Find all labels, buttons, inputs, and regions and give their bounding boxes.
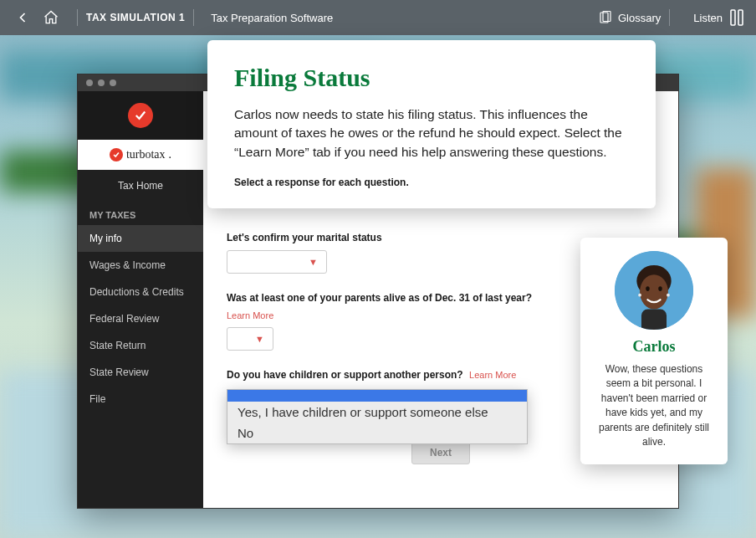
- chevron-down-icon: ▼: [309, 257, 318, 267]
- svg-rect-2: [731, 10, 735, 25]
- svg-point-6: [640, 274, 668, 309]
- simulation-subtitle: Tax Preparation Software: [211, 12, 333, 24]
- instruction-heading: Filing Status: [234, 64, 629, 92]
- topbar: TAX SIMULATION 1 Tax Preparation Softwar…: [0, 0, 756, 35]
- sidebar-hero: [78, 91, 203, 140]
- topbar-divider: [669, 9, 670, 26]
- sidebar-item-file[interactable]: File: [78, 386, 203, 412]
- marital-status-dropdown[interactable]: ▼: [227, 250, 327, 274]
- topbar-divider: [77, 9, 78, 26]
- children-support-dropdown-open[interactable]: Yes, I have children or support someone …: [227, 389, 528, 444]
- dropdown-option-blank[interactable]: [227, 390, 527, 402]
- sidebar-item-wages-income[interactable]: Wages & Income: [78, 252, 203, 279]
- instruction-body: Carlos now needs to state his filing sta…: [234, 105, 629, 161]
- svg-rect-9: [641, 310, 667, 330]
- window-dot: [98, 79, 105, 86]
- glossary-button[interactable]: Glossary: [598, 10, 661, 25]
- sidebar: turbotax. Tax Home MY TAXES My info Wage…: [78, 91, 203, 508]
- brand-row: turbotax.: [78, 140, 203, 170]
- sidebar-item-state-return[interactable]: State Return: [78, 332, 203, 359]
- pause-icon[interactable]: [729, 8, 744, 27]
- glossary-icon: [598, 10, 613, 25]
- checkmark-badge-icon: [128, 103, 153, 128]
- instruction-sub: Select a response for each question.: [234, 177, 629, 188]
- window-dot: [110, 79, 116, 86]
- checkmark-badge-icon: [110, 148, 123, 161]
- topbar-divider: [193, 9, 194, 26]
- home-icon[interactable]: [40, 7, 62, 28]
- sidebar-section-label: MY TAXES: [78, 202, 203, 225]
- character-quote: Wow, these questions seem a bit personal…: [592, 362, 716, 449]
- next-button[interactable]: Next: [411, 441, 470, 464]
- back-arrow-icon[interactable]: [12, 7, 33, 28]
- instruction-card: Filing Status Carlos now needs to state …: [207, 40, 656, 208]
- simulation-title: TAX SIMULATION 1: [86, 12, 185, 23]
- question-children-label: Do you have children or support another …: [227, 369, 463, 381]
- svg-rect-3: [738, 10, 743, 25]
- svg-point-10: [638, 294, 641, 297]
- sidebar-tax-home[interactable]: Tax Home: [78, 170, 203, 202]
- listen-label: Listen: [693, 12, 723, 24]
- sidebar-item-federal-review[interactable]: Federal Review: [78, 305, 203, 332]
- svg-point-7: [646, 286, 650, 291]
- sidebar-item-deductions-credits[interactable]: Deductions & Credits: [78, 279, 203, 305]
- svg-point-8: [658, 286, 662, 291]
- chevron-down-icon: ▼: [255, 334, 264, 344]
- brand-name: turbotax: [126, 148, 166, 161]
- sidebar-item-state-review[interactable]: State Review: [78, 359, 203, 386]
- dropdown-option[interactable]: No: [227, 423, 527, 443]
- glossary-label: Glossary: [618, 12, 661, 24]
- svg-point-11: [667, 294, 670, 297]
- sidebar-item-my-info[interactable]: My info: [78, 225, 203, 252]
- dropdown-option[interactable]: Yes, I have children or support someone …: [227, 402, 527, 423]
- avatar: [615, 251, 693, 330]
- parents-alive-dropdown[interactable]: ▼: [227, 327, 273, 351]
- listen-button[interactable]: Listen: [688, 12, 723, 24]
- character-name: Carlos: [592, 338, 716, 356]
- learn-more-link[interactable]: Learn More: [469, 370, 516, 380]
- character-card: Carlos Wow, these questions seem a bit p…: [580, 238, 728, 464]
- window-dot: [86, 79, 93, 86]
